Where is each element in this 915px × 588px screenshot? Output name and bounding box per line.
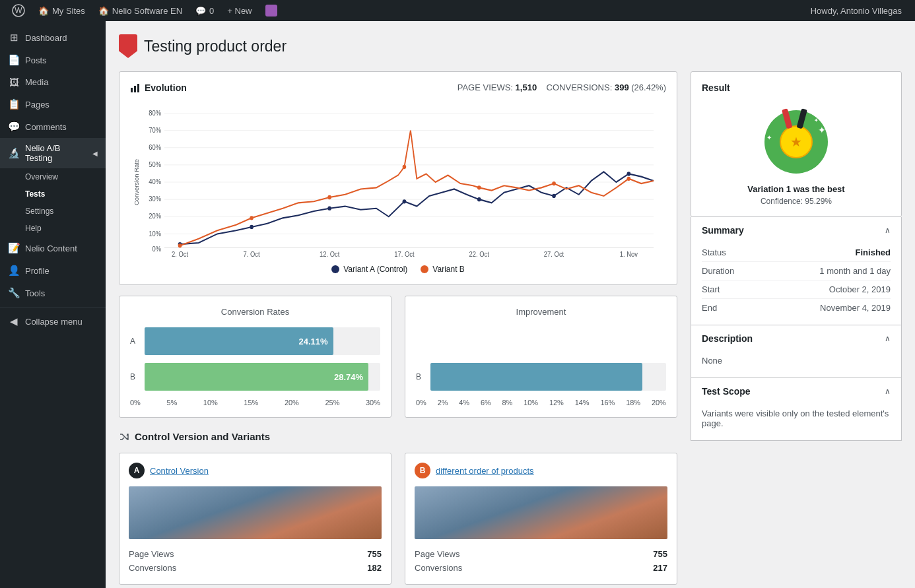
- test-scope-header[interactable]: Test Scope ∧: [691, 377, 901, 405]
- variant-stat-conversions-a: Conversions 182: [129, 561, 382, 575]
- result-winner-label: Variation 1 was the best: [702, 184, 891, 194]
- collapse-icon: ◀: [8, 315, 20, 327]
- variant-stat-conversions-b: Conversions 217: [415, 561, 667, 575]
- bar-track-a: 24.11%: [145, 327, 380, 355]
- variant-thumbnail-b: [415, 486, 667, 539]
- legend-dot-a: [331, 265, 339, 273]
- test-scope-value: Variants were visible only on the tested…: [702, 405, 891, 432]
- summary-body: Status Finished Duration 1 month and 1 d…: [691, 244, 901, 325]
- svg-text:60%: 60%: [149, 143, 161, 151]
- chart-legend: Variant A (Control) Variant B: [130, 265, 666, 274]
- sidebar-submenu-help[interactable]: Help: [0, 220, 106, 237]
- adminbar-mysites[interactable]: 🏠 My Sites: [32, 0, 92, 21]
- sidebar-item-nelio-ab[interactable]: 🔬 Nelio A/B Testing ◀: [0, 138, 106, 168]
- bar-row-a: A 24.11%: [130, 327, 380, 355]
- dashboard-icon: ⊞: [8, 32, 20, 44]
- adminbar-comments[interactable]: 💬 0: [189, 0, 220, 21]
- summary-section-title: Summary: [702, 225, 744, 236]
- sidebar-item-dashboard[interactable]: ⊞ Dashboard: [0, 26, 106, 49]
- shuffle-icon: [119, 432, 129, 442]
- sidebar-collapse-menu[interactable]: ◀ Collapse menu: [0, 310, 106, 333]
- sidebar-item-profile[interactable]: 👤 Profile: [0, 259, 106, 282]
- profile-icon: 👤: [8, 265, 20, 277]
- variant-thumbnail-a: [129, 486, 382, 539]
- variant-badge-b: B: [415, 463, 430, 478]
- home-icon: 🏠: [38, 6, 49, 16]
- page-title-area: Testing product order: [119, 34, 902, 58]
- legend-dot-b: [421, 265, 428, 273]
- main-content: Testing product order Evolution: [106, 21, 915, 588]
- page-title: Testing product order: [144, 38, 287, 55]
- svg-text:80%: 80%: [149, 109, 161, 117]
- variant-card-b: B different order of products Page Views…: [405, 453, 677, 585]
- description-section-title: Description: [702, 333, 753, 344]
- variant-stat-pageviews-a: Page Views 755: [129, 547, 382, 561]
- summary-header[interactable]: Summary ∧: [691, 217, 901, 244]
- variant-stat-pageviews-b: Page Views 755: [415, 547, 667, 561]
- svg-text:20%: 20%: [149, 212, 161, 220]
- svg-text:70%: 70%: [149, 126, 161, 134]
- improvement-card: Improvement B: [405, 296, 677, 418]
- svg-text:Conversion Rate: Conversion Rate: [134, 159, 140, 205]
- adminbar-new[interactable]: + New: [220, 0, 258, 21]
- svg-point-36: [552, 194, 556, 198]
- sidebar-submenu-overview[interactable]: Overview: [0, 168, 106, 185]
- adminbar-nelio[interactable]: [259, 0, 284, 21]
- svg-rect-4: [137, 84, 139, 92]
- sidebar-submenu-tests[interactable]: Tests: [0, 185, 106, 203]
- variants-grid: A Control Version Page Views 755 Convers…: [119, 453, 677, 585]
- test-scope-body: Variants were visible only on the tested…: [691, 405, 901, 440]
- nelio-ab-icon: 🔬: [8, 147, 20, 159]
- sidebar-item-pages[interactable]: 📋 Pages: [0, 93, 106, 115]
- content-grid: Evolution PAGE VIEWS: 1,510 CONVERSIONS:…: [119, 71, 902, 585]
- sidebar-item-comments[interactable]: 💬 Comments: [0, 115, 106, 138]
- summary-section: Summary ∧ Status Finished Duration 1 mon…: [691, 217, 902, 441]
- svg-text:0%: 0%: [152, 245, 162, 253]
- menu-separator: [0, 307, 106, 308]
- svg-text:✦: ✦: [766, 134, 772, 141]
- test-scope-section-title: Test Scope: [702, 386, 751, 397]
- bar-label-b: B: [130, 372, 139, 381]
- svg-text:2. Oct: 2. Oct: [172, 250, 188, 258]
- svg-point-32: [250, 225, 254, 229]
- svg-point-34: [403, 199, 407, 203]
- variant-link-b[interactable]: different order of products: [436, 466, 534, 476]
- evolution-stats: PAGE VIEWS: 1,510 CONVERSIONS: 399 (26.4…: [458, 82, 666, 92]
- evolution-card: Evolution PAGE VIEWS: 1,510 CONVERSIONS:…: [119, 71, 677, 285]
- summary-row-duration: Duration 1 month and 1 day: [702, 262, 891, 280]
- svg-point-35: [477, 197, 481, 201]
- bar-fill-b: 28.74%: [145, 363, 368, 391]
- sidebar-item-posts[interactable]: 📄 Posts: [0, 49, 106, 71]
- svg-text:22. Oct: 22. Oct: [469, 250, 490, 258]
- svg-point-42: [477, 185, 481, 189]
- improvement-bars: B: [416, 327, 666, 391]
- conversion-rates-axis: 0% 5% 10% 15% 20% 25% 30%: [130, 399, 380, 407]
- home2-icon: 🏠: [98, 6, 109, 16]
- main-charts-area: Evolution PAGE VIEWS: 1,510 CONVERSIONS:…: [119, 71, 677, 585]
- variant-stats-a: Page Views 755 Conversions 182: [129, 547, 382, 575]
- test-scope-chevron-icon: ∧: [885, 387, 891, 396]
- page-icon: [119, 34, 137, 58]
- description-header[interactable]: Description ∧: [691, 325, 901, 352]
- admin-bar: W 🏠 My Sites 🏠 Nelio Software EN 💬 0 + N…: [0, 0, 915, 21]
- media-icon: 🖼: [8, 77, 20, 88]
- svg-text:12. Oct: 12. Oct: [320, 250, 340, 258]
- variant-header-b: B different order of products: [415, 463, 667, 478]
- sidebar-item-tools[interactable]: 🔧 Tools: [0, 282, 106, 304]
- sidebar-item-nelio-content[interactable]: 📝 Nelio Content: [0, 237, 106, 259]
- adminbar-sitename[interactable]: 🏠 Nelio Software EN: [92, 0, 189, 21]
- svg-text:✦: ✦: [818, 125, 826, 135]
- wp-logo[interactable]: W: [5, 0, 32, 21]
- summary-row-start: Start October 2, 2019: [702, 280, 891, 299]
- variant-link-a[interactable]: Control Version: [150, 466, 209, 476]
- sidebar-item-media[interactable]: 🖼 Media: [0, 71, 106, 93]
- description-body: None: [691, 352, 901, 377]
- improvement-title: Improvement: [416, 307, 666, 317]
- sidebar-submenu-settings[interactable]: Settings: [0, 203, 106, 220]
- conversion-rates-card: Conversion Rates A 24.11%: [119, 296, 391, 418]
- variants-section-title: Control Version and Variants: [119, 431, 677, 442]
- tools-icon: 🔧: [8, 287, 20, 299]
- svg-point-39: [250, 216, 254, 220]
- conversion-rates-bars: A 24.11% B: [130, 327, 380, 391]
- medal-svg: ★ ✦ ✦ ✦: [760, 104, 832, 176]
